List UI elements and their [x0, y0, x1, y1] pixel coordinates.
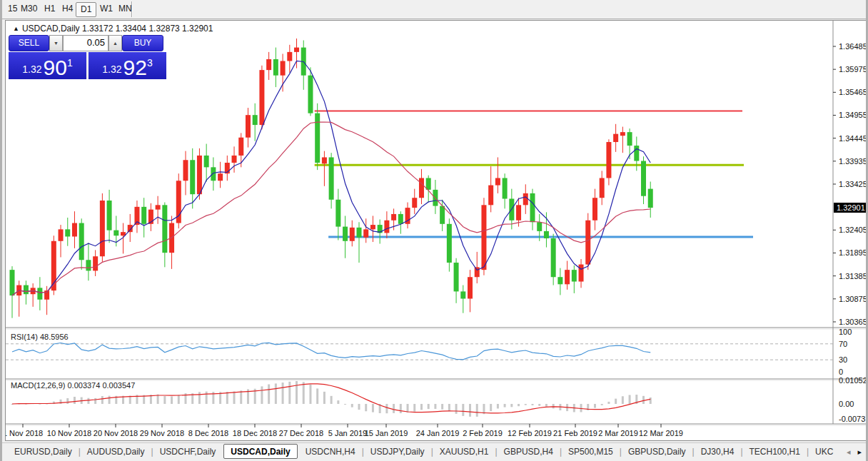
rsi-indicator-label: RSI(14) 48.5956 — [11, 333, 69, 341]
chart-window: 1.364851.359751.354651.349551.344451.339… — [5, 20, 867, 441]
candle-body — [329, 157, 334, 199]
macd-bar — [532, 404, 534, 405]
candle-body — [100, 201, 105, 256]
candle-body — [190, 160, 195, 194]
macd-bar — [413, 404, 415, 412]
price-chart-canvas[interactable]: 1.364851.359751.354651.349551.344451.339… — [6, 21, 867, 440]
candle-body — [440, 206, 445, 224]
date-label[interactable]: 21 Feb 2019 — [553, 429, 597, 437]
macd-bar — [538, 404, 540, 406]
date-label[interactable]: 12 Mar 2019 — [639, 429, 683, 437]
candle-body — [454, 263, 459, 291]
symbol-tab-dj30-h4[interactable]: DJ30,H4 — [695, 444, 741, 459]
symbol-tab-gbpusd-daily[interactable]: GBPUSD,Daily — [622, 444, 692, 459]
macd-bar — [393, 404, 395, 413]
candle-body — [391, 214, 396, 221]
macd-bar — [455, 404, 458, 414]
date-label[interactable]: 18 Dec 2018 — [233, 429, 277, 437]
candle-body — [426, 178, 431, 189]
timeframe-button-h4[interactable]: H4 — [58, 2, 77, 17]
macd-axis-label: 0.00 — [839, 400, 854, 408]
date-label[interactable]: 12 Feb 2019 — [508, 429, 552, 437]
candle-body — [308, 76, 313, 113]
sell-price-display[interactable]: 1.32 90 1 — [9, 52, 86, 79]
candle-body — [370, 225, 375, 229]
date-label[interactable]: 27 Dec 2018 — [279, 429, 323, 437]
tab-scroll-right-icon[interactable]: ▸ — [857, 447, 862, 456]
timeframe-button-mn[interactable]: MN — [114, 2, 136, 17]
macd-bar — [441, 404, 443, 410]
candle-body — [266, 59, 271, 70]
date-label[interactable]: 1 Nov 2018 — [6, 429, 43, 437]
symbol-tab-ukc[interactable]: UKC — [809, 444, 839, 459]
buy-price-display[interactable]: 1.32 92 3 — [89, 52, 166, 79]
date-label[interactable]: 29 Nov 2018 — [140, 429, 184, 437]
macd-bar — [525, 404, 527, 405]
macd-bar — [497, 404, 499, 408]
price-tick-label: 1.34955 — [839, 111, 867, 119]
symbol-tab-sp500-m15[interactable]: SP500,M15 — [562, 444, 620, 459]
macd-bar — [601, 404, 603, 405]
date-label[interactable]: 8 Dec 2018 — [188, 429, 228, 437]
candle-body — [218, 173, 223, 181]
macd-bar — [545, 404, 547, 407]
macd-axis-label: -0.0073 — [839, 415, 865, 423]
timeframe-button-h1[interactable]: H1 — [40, 2, 59, 17]
rsi-line[interactable] — [12, 343, 650, 359]
price-tick-label: 1.34445 — [839, 134, 867, 143]
timeframe-button-m30[interactable]: M30 — [16, 2, 41, 17]
candle-body — [79, 223, 84, 260]
volume-increase-button[interactable]: ▲ — [108, 35, 122, 51]
macd-bar — [552, 404, 555, 408]
candle-body — [281, 61, 286, 75]
macd-bar — [615, 399, 617, 404]
date-label[interactable]: 2 Feb 2019 — [463, 429, 503, 437]
candle-body — [113, 230, 118, 236]
symbol-tab-xauusd-h1[interactable]: XAUUSD,H1 — [433, 444, 495, 459]
candle-body — [183, 160, 188, 181]
macd-bar — [420, 404, 423, 410]
price-tick-label: 1.30365 — [839, 318, 867, 326]
macd-bar — [226, 392, 228, 404]
date-label[interactable]: 15 Jan 2019 — [365, 429, 408, 437]
symbol-tab-gbpusd-h4[interactable]: GBPUSD,H4 — [498, 444, 560, 459]
volume-decrease-button[interactable]: ▼ — [49, 35, 63, 51]
symbol-tab-eurusd-daily[interactable]: EURUSD,Daily — [8, 444, 79, 459]
buy-button[interactable]: BUY — [122, 35, 163, 51]
chart-title: ▲USDCAD,Daily 1.33172 1.33404 1.32873 1.… — [13, 24, 213, 34]
date-label[interactable]: 24 Jan 2019 — [416, 429, 460, 437]
collapse-panel-icon[interactable]: ▲ — [13, 25, 19, 32]
symbol-tab-audusd-daily[interactable]: AUDUSD,Daily — [81, 444, 151, 459]
mt4-application-window: 15M30H1H4D1W1MN 1.364851.359751.354651.3… — [0, 0, 868, 461]
candle-body — [495, 178, 500, 185]
symbol-tab-usdcad-daily[interactable]: USDCAD,Daily — [223, 444, 297, 459]
symbol-tab-tech100-h1[interactable]: TECH100,H1 — [743, 444, 807, 459]
timeframe-button-d1[interactable]: D1 — [76, 2, 96, 17]
macd-bar — [74, 397, 76, 404]
candle-body — [412, 198, 417, 208]
symbol-tab-usdcnh-h4[interactable]: USDCNH,H4 — [299, 444, 362, 459]
macd-bar — [87, 398, 89, 404]
symbol-tab-usdjpy-daily[interactable]: USDJPY,Daily — [364, 444, 431, 459]
macd-bar — [428, 404, 430, 409]
date-label[interactable]: 5 Jan 2019 — [328, 429, 367, 437]
tab-scroll-left-icon[interactable]: ◂ — [847, 447, 851, 456]
candle-body — [259, 70, 264, 125]
pane-resize-handle[interactable] — [6, 422, 867, 427]
date-label[interactable]: 2 Mar 2019 — [598, 429, 638, 437]
pane-resize-handle[interactable] — [6, 326, 867, 330]
candle-body — [557, 277, 562, 284]
macd-bar — [240, 390, 242, 404]
sell-button[interactable]: SELL — [9, 35, 49, 51]
symbol-tab-usdchf-daily[interactable]: USDCHF,Daily — [153, 444, 223, 459]
date-label[interactable]: 20 Nov 2018 — [94, 429, 138, 437]
sell-price-small: 1.32 — [22, 64, 41, 75]
candle-body — [530, 193, 535, 222]
macd-bar — [233, 391, 236, 404]
candle-body — [141, 207, 146, 224]
volume-input[interactable]: 0.05 — [63, 35, 108, 51]
candle-body — [488, 186, 493, 206]
candle-body — [232, 156, 237, 163]
date-label[interactable]: 10 Nov 2018 — [47, 429, 91, 437]
timeframe-toolbar: 15M30H1H4D1W1MN — [2, 0, 866, 19]
